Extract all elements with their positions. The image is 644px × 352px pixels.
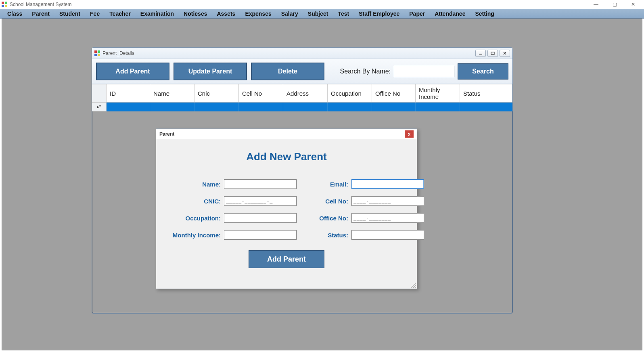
svg-rect-0 [2,2,4,4]
svg-rect-1 [5,2,7,4]
menu-class[interactable]: Class [2,10,27,17]
label-status: Status: [300,232,348,239]
label-cell: Cell No: [300,198,348,205]
dialog-heading: Add New Parent [164,151,409,163]
menu-student[interactable]: Student [54,10,85,17]
search-input[interactable] [394,66,454,77]
search-button[interactable]: Search [458,63,508,80]
menu-setting[interactable]: Setting [470,10,499,17]
label-office: Office No: [300,215,348,222]
svg-rect-4 [94,50,97,53]
menu-fee[interactable]: Fee [85,10,105,17]
parent-details-titlebar[interactable]: Parent_Details [92,48,512,59]
menu-salary[interactable]: Salary [276,10,303,17]
child-maximize-button[interactable] [487,50,498,57]
svg-rect-3 [5,5,7,7]
main-titlebar: School Management System — ▢ ✕ [0,0,644,9]
dialog-title: Parent [159,131,174,137]
svg-rect-2 [2,5,4,7]
input-income[interactable] [224,230,297,240]
submit-add-parent-button[interactable]: Add Parent [249,250,324,268]
main-minimize-button[interactable]: — [587,0,605,9]
main-close-button[interactable]: ✕ [624,0,642,9]
svg-rect-6 [94,54,97,56]
input-email[interactable] [351,179,424,189]
menu-teacher[interactable]: Teacher [105,10,136,17]
col-status[interactable]: Status [460,84,512,102]
input-name[interactable] [224,179,297,189]
col-id[interactable]: ID [107,84,150,102]
parent-form: Name: Email: CNIC: _____-_______-_ Cell … [164,179,424,240]
parent-grid: ID Name Cnic Cell No Address Occupation … [92,84,512,111]
parent-details-window: Parent_Details Add Parent Update Parent … [92,47,513,314]
col-occupation[interactable]: Occupation [328,84,372,102]
search-label: Search By Name: [340,68,391,75]
resize-grip-icon[interactable] [410,282,416,288]
col-cnic[interactable]: Cnic [194,84,239,102]
col-address[interactable]: Address [283,84,328,102]
menu-expenses[interactable]: Expenses [240,10,276,17]
grid-header: ID Name Cnic Cell No Address Occupation … [92,84,512,103]
input-status[interactable] [351,230,424,240]
grid-new-row[interactable]: ▸* [92,103,512,111]
child-close-button[interactable] [500,50,510,57]
label-cnic: CNIC: [164,198,221,205]
svg-rect-5 [98,50,100,53]
app-icon [2,2,7,7]
label-name: Name: [164,181,221,188]
dialog-titlebar[interactable]: Parent x [156,129,417,139]
main-maximize-button[interactable]: ▢ [605,0,624,9]
label-occupation: Occupation: [164,215,221,222]
parent-details-toolbar: Add Parent Update Parent Delete Search B… [92,59,512,84]
app-title: School Management System [10,2,71,7]
col-cell[interactable]: Cell No [239,84,283,102]
label-income: Monthly Income: [164,232,221,239]
svg-rect-8 [479,54,482,54]
menu-staff-employee[interactable]: Staff Employee [354,10,404,17]
col-name[interactable]: Name [150,84,194,102]
menu-attendance[interactable]: Attendance [430,10,470,17]
menu-assets[interactable]: Assets [212,10,240,17]
update-parent-button[interactable]: Update Parent [174,63,247,80]
col-income[interactable]: Monthly Income [416,84,460,102]
menu-noticses[interactable]: Noticses [179,10,212,17]
window-icon [94,50,100,56]
add-parent-button[interactable]: Add Parent [96,63,169,80]
input-office[interactable]: ____-_______ [351,213,424,223]
menu-paper[interactable]: Paper [404,10,430,17]
menu-subject[interactable]: Subject [303,10,333,17]
input-cnic[interactable]: _____-_______-_ [224,196,297,206]
input-cell[interactable]: ____-_______ [351,196,424,206]
parent-details-title: Parent_Details [102,50,134,56]
add-parent-dialog: Parent x Add New Parent Name: Email: CNI… [156,128,417,289]
child-minimize-button[interactable] [475,50,486,57]
col-office[interactable]: Office No [372,84,416,102]
menu-parent[interactable]: Parent [27,10,54,17]
menu-test[interactable]: Test [333,10,354,17]
dialog-close-button[interactable]: x [405,130,414,138]
mdi-workspace: Parent_Details Add Parent Update Parent … [2,19,642,350]
label-email: Email: [300,181,348,188]
main-menubar: Class Parent Student Fee Teacher Examina… [0,9,644,19]
grid-corner[interactable] [92,84,107,102]
svg-rect-9 [491,52,494,54]
menu-examination[interactable]: Examination [136,10,179,17]
svg-rect-7 [98,54,100,56]
delete-button[interactable]: Delete [251,63,324,80]
new-row-indicator-icon: ▸* [92,103,107,111]
input-occupation[interactable] [224,213,297,223]
